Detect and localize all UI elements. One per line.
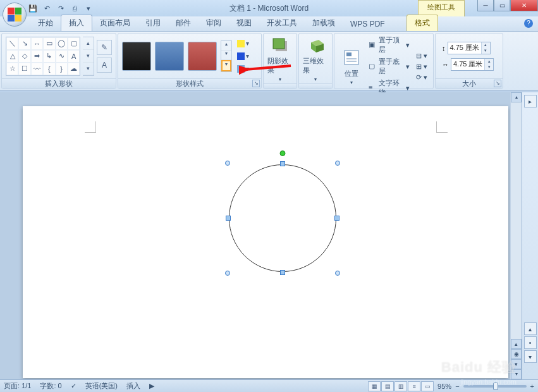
- view-full-reading[interactable]: ▤: [381, 381, 394, 391]
- minimize-button[interactable]: ─: [477, 0, 494, 11]
- undo-icon[interactable]: ↶: [42, 3, 52, 13]
- zoom-thumb[interactable]: [493, 383, 498, 390]
- status-language[interactable]: 英语(美国): [85, 381, 118, 391]
- change-shape-button[interactable]: ▾: [237, 63, 259, 75]
- status-macro-icon[interactable]: ▶: [149, 382, 154, 390]
- style-swatch-red[interactable]: [188, 42, 217, 71]
- prev-page-icon[interactable]: ▴: [511, 339, 522, 349]
- style-more-dropdown[interactable]: ▾: [221, 60, 231, 71]
- shape-elbow-icon[interactable]: ↳: [43, 50, 55, 63]
- align-button[interactable]: ⊟▾: [414, 51, 429, 61]
- tab-addins[interactable]: 加载项: [305, 15, 343, 31]
- bring-to-front-button[interactable]: ▣置于顶层 ▾: [367, 35, 412, 55]
- handle-r[interactable]: [334, 216, 339, 221]
- shape-fill-button[interactable]: ▾: [237, 38, 259, 49]
- tab-mailings[interactable]: 邮件: [168, 15, 199, 31]
- tab-references[interactable]: 引用: [138, 15, 168, 31]
- handle-l[interactable]: [226, 216, 231, 221]
- qat-more-icon[interactable]: ▾: [83, 3, 94, 13]
- shape-line-icon[interactable]: ＼: [6, 37, 18, 50]
- rotation-handle[interactable]: [280, 150, 286, 156]
- style-down-icon[interactable]: ▾: [221, 51, 231, 60]
- next-page-icon[interactable]: ▾: [511, 359, 522, 369]
- status-mode[interactable]: 插入: [126, 381, 140, 391]
- shape-bracket-icon[interactable]: {: [43, 63, 55, 75]
- tab-home[interactable]: 开始: [30, 15, 61, 31]
- view-outline[interactable]: ≡: [408, 381, 420, 391]
- view-web-layout[interactable]: ▥: [394, 381, 407, 391]
- status-proof-icon[interactable]: ✓: [71, 382, 76, 390]
- style-swatch-black[interactable]: [122, 42, 151, 71]
- shape-callout-icon[interactable]: ☐: [18, 63, 30, 75]
- tab-wps-pdf[interactable]: WPS PDF: [343, 17, 393, 31]
- scroll-down-icon[interactable]: ▾: [511, 369, 522, 379]
- scroll-up-icon[interactable]: ▴: [511, 92, 522, 102]
- size-dialog-launcher[interactable]: ↘: [494, 80, 501, 87]
- tab-review[interactable]: 审阅: [199, 15, 229, 31]
- width-input[interactable]: 4.75 厘米▴▾: [451, 58, 494, 71]
- handle-br[interactable]: [335, 271, 340, 276]
- shapes-gallery[interactable]: ＼ ↘ ↔ ▭ ◯ ▢ △ ◇ ➡ ↳ ∿ A ☆ ☐ 〰 { } ☁: [6, 37, 80, 76]
- zoom-in-button[interactable]: +: [530, 383, 534, 390]
- pane-nav-mid[interactable]: •: [524, 336, 537, 349]
- pane-nav-up[interactable]: ▴: [524, 322, 537, 335]
- help-icon[interactable]: ?: [524, 19, 533, 28]
- zoom-slider[interactable]: [463, 385, 527, 388]
- height-input[interactable]: 4.75 厘米▴▾: [448, 42, 491, 54]
- handle-bl[interactable]: [225, 271, 230, 276]
- save-icon[interactable]: 💾: [28, 3, 38, 13]
- shape-outline-button[interactable]: ▾: [237, 51, 259, 62]
- shape-rounded-rect-icon[interactable]: ▢: [68, 37, 80, 50]
- tab-format[interactable]: 格式: [407, 15, 438, 31]
- 3d-effects-button[interactable]: 三维效果▾: [303, 35, 328, 82]
- shadow-effects-button[interactable]: 阴影效果▾: [267, 35, 293, 82]
- gallery-more-icon[interactable]: ▾: [83, 63, 94, 75]
- selected-oval-shape[interactable]: [229, 164, 336, 272]
- office-button[interactable]: [3, 3, 27, 27]
- page[interactable]: [23, 106, 508, 378]
- group-button[interactable]: ⊞▾: [414, 62, 429, 71]
- text-box-button[interactable]: A: [97, 58, 112, 73]
- tab-page-layout[interactable]: 页面布局: [92, 15, 138, 31]
- shape-double-arrow-icon[interactable]: ↔: [31, 37, 43, 50]
- rotate-button[interactable]: ⟳▾: [414, 73, 429, 82]
- shape-diamond-icon[interactable]: ◇: [18, 50, 30, 63]
- browse-object-icon[interactable]: ◉: [511, 349, 522, 359]
- shape-curve-icon[interactable]: ∿: [56, 50, 68, 63]
- handle-t[interactable]: [280, 161, 285, 166]
- close-button[interactable]: ✕: [510, 0, 538, 11]
- view-print-layout[interactable]: ▦: [368, 381, 381, 391]
- edit-shape-button[interactable]: ✎: [97, 40, 112, 55]
- position-button[interactable]: 位置▾: [338, 47, 364, 85]
- spin-down-icon[interactable]: ▾: [485, 64, 493, 70]
- maximize-button[interactable]: ▭: [494, 0, 510, 11]
- shape-freeform-icon[interactable]: 〰: [31, 63, 43, 75]
- spin-up-icon[interactable]: ▴: [482, 42, 490, 48]
- shape-rect-icon[interactable]: ▭: [43, 37, 55, 50]
- status-words[interactable]: 字数: 0: [40, 381, 61, 391]
- shape-right-arrow-icon[interactable]: ➡: [31, 50, 43, 63]
- pane-toggle-button[interactable]: ▸: [524, 95, 537, 107]
- shape-star-icon[interactable]: ☆: [6, 63, 18, 75]
- handle-b[interactable]: [280, 270, 285, 275]
- shape-triangle-icon[interactable]: △: [6, 50, 18, 63]
- zoom-percent[interactable]: 95%: [437, 383, 451, 390]
- vertical-scrollbar[interactable]: ▴ ▴ ◉ ▾ ▾: [510, 92, 522, 379]
- redo-icon[interactable]: ↷: [56, 3, 66, 13]
- view-draft[interactable]: ▭: [421, 381, 434, 391]
- tab-view[interactable]: 视图: [229, 15, 259, 31]
- styles-dialog-launcher[interactable]: ↘: [252, 80, 260, 87]
- gallery-up-icon[interactable]: ▴: [83, 37, 94, 50]
- print-icon[interactable]: ⎙: [70, 3, 80, 13]
- spin-up-icon[interactable]: ▴: [485, 59, 493, 64]
- shape-arrow-icon[interactable]: ↘: [18, 37, 30, 50]
- shape-oval-icon[interactable]: ◯: [56, 37, 68, 50]
- zoom-out-button[interactable]: −: [455, 383, 459, 390]
- pane-nav-down[interactable]: ▾: [524, 350, 537, 363]
- tab-developer[interactable]: 开发工具: [259, 15, 305, 31]
- shape-brace-icon[interactable]: }: [56, 63, 68, 75]
- spin-down-icon[interactable]: ▾: [482, 48, 490, 54]
- status-page[interactable]: 页面: 1/1: [4, 381, 31, 391]
- send-to-back-button[interactable]: ▢置于底层 ▾: [367, 56, 412, 77]
- shape-cloud-icon[interactable]: ☁: [68, 63, 80, 75]
